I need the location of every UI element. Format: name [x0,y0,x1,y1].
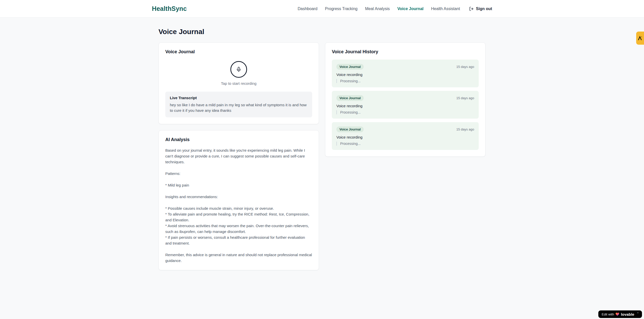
nav-item-voice-journal[interactable]: Voice Journal [397,7,424,11]
page-content: Voice Journal Voice Journal [158,18,486,270]
heart-icon [615,312,619,316]
lovable-badge-brand: lovable [621,312,634,316]
nav-item-health-assistant[interactable]: Health Assistant [431,7,460,11]
nav-item-progress-tracking[interactable]: Progress Tracking [325,7,358,11]
entry-timestamp: 15 days ago [456,96,474,100]
record-button[interactable] [230,61,247,78]
sign-out-button[interactable]: Sign out [469,7,492,11]
history-card-title: Voice Journal History [332,49,479,55]
right-column: Voice Journal History Voice Journal 15 d… [325,42,486,157]
ai-analysis-body: Based on your journal entry, it sounds l… [165,147,312,263]
ai-analysis-title: AI Analysis [165,137,312,142]
lovable-badge-prefix: Edit with [602,312,614,316]
live-transcript-text: hey so like I do have a mild pain in my … [170,102,308,113]
close-icon[interactable]: × [637,311,639,314]
nav-item-meal-analysis[interactable]: Meal Analysis [365,7,390,11]
a-monogram-icon [638,36,642,41]
ai-analysis-card: AI Analysis Based on your journal entry,… [158,130,319,270]
recorder-card-title: Voice Journal [165,49,312,55]
entry-type-badge: Voice Journal [336,126,364,132]
history-entry[interactable]: Voice Journal 15 days ago Voice recordin… [332,122,479,150]
nav-item-dashboard[interactable]: Dashboard [298,7,317,11]
microphone-icon [236,67,241,72]
voice-journal-history-card: Voice Journal History Voice Journal 15 d… [325,42,486,157]
entry-title: Voice recording [336,72,474,77]
page-title: Voice Journal [158,28,486,36]
entry-status: Processing... [336,110,474,114]
history-entry[interactable]: Voice Journal 15 days ago Voice recordin… [332,60,479,87]
entry-timestamp: 15 days ago [456,127,474,131]
entry-title: Voice recording [336,135,474,139]
entry-type-badge: Voice Journal [336,95,364,101]
sign-out-label: Sign out [476,7,492,11]
live-transcript-label: Live Transcript [170,96,308,100]
entry-status: Processing... [336,142,474,146]
entry-title: Voice recording [336,104,474,108]
brand-logo[interactable]: HealthSync [152,5,187,12]
history-entry[interactable]: Voice Journal 15 days ago Voice recordin… [332,91,479,119]
tap-to-record-hint: Tap to start recording [221,81,257,86]
entry-status: Processing... [336,79,474,83]
left-column: Voice Journal Tap to start recording [158,42,319,270]
logout-icon [469,7,474,11]
voice-recorder-card: Voice Journal Tap to start recording [158,42,319,124]
entry-type-badge: Voice Journal [336,64,364,70]
entry-timestamp: 15 days ago [456,65,474,69]
top-navbar: HealthSync Dashboard Progress Tracking M… [0,0,644,18]
edit-with-lovable-badge[interactable]: Edit with lovable × [598,310,642,318]
main-nav: Dashboard Progress Tracking Meal Analysi… [298,7,492,11]
history-list: Voice Journal 15 days ago Voice recordin… [332,60,479,150]
live-transcript-panel: Live Transcript hey so like I do have a … [165,92,312,117]
browser-extension-side-tab[interactable] [636,32,644,45]
